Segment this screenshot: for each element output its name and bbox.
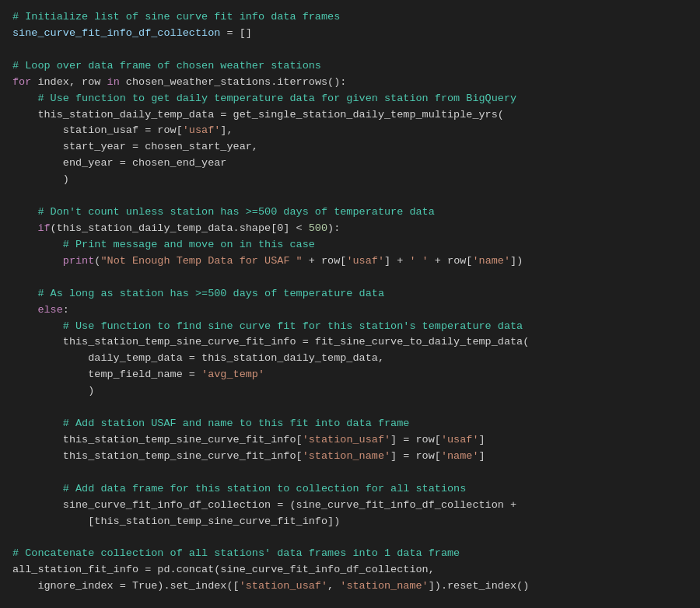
code-token-plain <box>12 304 37 316</box>
code-token-dict-key: 'station_usaf' <box>240 580 327 592</box>
code-token-keyword: in <box>107 76 120 88</box>
code-token-comment: # Initialize list of sine curve fit info… <box>12 11 340 23</box>
code-line: daily_temp_data = this_station_daily_tem… <box>12 351 688 367</box>
code-token-plain: [this_station_temp_sine_curve_fit_info]) <box>12 515 340 527</box>
code-token-string: ' ' <box>409 255 428 267</box>
code-token-plain: end_year = chosen_end_year <box>12 157 226 169</box>
code-token-plain: + row[ <box>303 255 347 267</box>
code-line <box>12 595 688 608</box>
code-token-plain: ] = row[ <box>390 450 441 462</box>
code-token-plain: sine_curve_fit_info_df_collection = (sin… <box>12 499 516 511</box>
code-token-comment: # As long as station has >=500 days of t… <box>37 288 384 299</box>
code-token-plain: ] <box>479 434 485 446</box>
code-line: this_station_temp_sine_curve_fit_info['s… <box>12 449 688 465</box>
code-line: ignore_index = True).set_index(['station… <box>12 578 688 595</box>
code-token-plain: ): <box>327 222 340 234</box>
code-line: temp_field_name = 'avg_temp' <box>12 367 688 383</box>
code-token-comment: # Add data frame for this station to col… <box>63 483 466 494</box>
code-token-comment: # Concatenate collection of all stations… <box>12 547 460 559</box>
code-line: end_year = chosen_end_year <box>12 155 688 172</box>
code-line: # Loop over data frame of chosen weather… <box>12 58 688 75</box>
code-line: station_usaf = row['usaf'], <box>12 123 688 139</box>
code-token-plain: ) <box>12 385 94 397</box>
code-token-plain <box>12 222 37 234</box>
code-line: print("Not Enough Temp Data for USAF " +… <box>12 253 688 270</box>
code-token-plain: ], <box>220 124 233 136</box>
code-line <box>12 400 688 416</box>
code-token-plain: this_station_temp_sine_curve_fit_info[ <box>12 450 303 462</box>
code-line: sine_curve_fit_info_df_collection = (sin… <box>12 498 688 514</box>
code-token-plain <box>12 483 63 494</box>
code-token-plain: ] = row[ <box>390 434 441 446</box>
code-token-plain: : <box>63 304 69 316</box>
code-token-keyword: print <box>63 255 95 267</box>
code-line <box>12 530 688 547</box>
code-line <box>12 465 688 481</box>
code-token-plain: + row[ <box>429 255 473 267</box>
code-token-dict-key: 'usaf' <box>441 434 479 446</box>
code-token-plain: (this_station_daily_temp_data.shape[0] < <box>51 222 309 234</box>
code-line: this_station_temp_sine_curve_fit_info = … <box>12 334 688 351</box>
code-block: # Initialize list of sine curve fit info… <box>0 0 700 608</box>
code-line: [this_station_temp_sine_curve_fit_info]) <box>12 514 688 530</box>
code-line <box>12 42 688 58</box>
code-line: ) <box>12 172 688 188</box>
code-token-dict-key: 'station_name' <box>340 580 428 592</box>
code-line: # Print message and move on in this case <box>12 237 688 253</box>
code-token-dict-key: 'station_name' <box>303 450 390 462</box>
code-token-comment: # Loop over data frame of chosen weather… <box>12 60 321 72</box>
code-token-plain: = [] <box>220 27 252 39</box>
code-token-plain: this_station_daily_temp_data = get_singl… <box>12 109 504 121</box>
code-line <box>12 270 688 286</box>
code-token-keyword: for <box>12 76 31 88</box>
code-token-plain: ] + <box>384 255 409 267</box>
code-token-plain: this_station_temp_sine_curve_fit_info[ <box>12 434 303 446</box>
code-line: # Concatenate collection of all stations… <box>12 546 688 562</box>
code-token-keyword: if <box>37 222 50 234</box>
code-line: for index, row in chosen_weather_station… <box>12 75 688 91</box>
code-token-comment: # Add station USAF and name to this fit … <box>63 418 410 429</box>
code-line: # Initialize list of sine curve fit info… <box>12 9 688 26</box>
code-token-plain: , <box>327 580 340 592</box>
code-token-string: "Not Enough Temp Data for USAF " <box>100 255 302 267</box>
code-token-dict-key: 'usaf' <box>183 124 221 136</box>
code-token-dict-key: 'usaf' <box>346 255 384 267</box>
code-line: this_station_daily_temp_data = get_singl… <box>12 107 688 124</box>
code-token-plain: index, row <box>31 76 107 88</box>
code-token-comment: # Don't count unless station has >=500 d… <box>37 206 434 218</box>
code-token-comment: # Print message and move on in this case <box>63 239 315 250</box>
code-line: else: <box>12 302 688 319</box>
code-token-plain <box>12 255 63 267</box>
code-token-plain: chosen_weather_stations.iterrows(): <box>120 76 347 88</box>
code-line: ) <box>12 383 688 400</box>
code-token-plain <box>12 206 37 218</box>
code-token-number: 500 <box>309 222 327 234</box>
code-token-plain: ]).reset_index() <box>429 580 530 592</box>
code-line: all_station_fit_info = pd.concat(sine_cu… <box>12 562 688 578</box>
code-token-plain <box>12 320 63 332</box>
code-token-plain: ) <box>12 173 69 185</box>
code-line: if(this_station_daily_temp_data.shape[0]… <box>12 221 688 237</box>
code-token-comment: # Use function to get daily temperature … <box>37 93 516 104</box>
code-token-variable: sine_curve_fit_info_df_collection <box>12 27 220 39</box>
code-token-plain: this_station_temp_sine_curve_fit_info = … <box>12 336 529 348</box>
code-token-plain: start_year = chosen_start_year, <box>12 141 258 152</box>
code-token-comment: # Use function to find sine curve fit fo… <box>63 320 523 332</box>
code-line: # Use function to get daily temperature … <box>12 91 688 107</box>
code-token-plain: daily_temp_data = this_station_daily_tem… <box>12 352 384 364</box>
code-token-plain <box>12 288 37 299</box>
code-token-plain <box>12 239 63 250</box>
code-line: start_year = chosen_start_year, <box>12 139 688 155</box>
code-token-plain: all_station_fit_info = pd.concat(sine_cu… <box>12 564 435 575</box>
code-token-plain: ]) <box>510 255 523 267</box>
code-token-keyword: else <box>37 304 62 316</box>
code-token-plain: temp_field_name = <box>12 369 201 380</box>
code-line: sine_curve_fit_info_df_collection = [] <box>12 26 688 42</box>
code-token-dict-key: 'name' <box>472 255 510 267</box>
code-line: # Don't count unless station has >=500 d… <box>12 204 688 221</box>
code-line: this_station_temp_sine_curve_fit_info['s… <box>12 432 688 449</box>
code-token-string: 'avg_temp' <box>201 369 264 380</box>
code-line <box>12 188 688 204</box>
code-line: # As long as station has >=500 days of t… <box>12 286 688 302</box>
code-line: # Add station USAF and name to this fit … <box>12 416 688 432</box>
